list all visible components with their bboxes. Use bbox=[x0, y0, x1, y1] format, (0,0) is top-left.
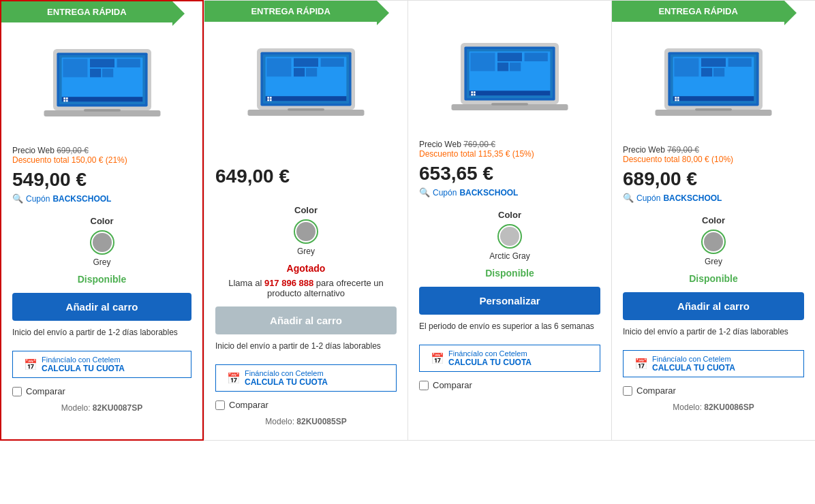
svg-rect-8 bbox=[102, 69, 113, 78]
entrega-rapida-badge: ENTREGA RÁPIDA bbox=[612, 1, 784, 22]
svg-rect-42 bbox=[471, 91, 473, 93]
svg-rect-26 bbox=[267, 97, 269, 99]
entrega-rapida-badge: ENTREGA RÁPIDA bbox=[204, 1, 377, 22]
comparar-checkbox[interactable] bbox=[215, 400, 225, 410]
product-image-area bbox=[408, 25, 611, 134]
descuento: Descuento total 80,00 € (10%) bbox=[623, 155, 804, 164]
financiar-sub: CALCULA TU CUOTA bbox=[652, 363, 735, 373]
color-swatch[interactable] bbox=[497, 224, 522, 249]
financiar-cetelem[interactable]: 📅 Fináncíalo con Cetelem CALCULA TU CUOT… bbox=[215, 364, 397, 392]
svg-rect-9 bbox=[61, 97, 142, 101]
color-swatch-inner bbox=[704, 232, 723, 251]
financiar-label: Fináncíalo con Cetelem bbox=[42, 356, 125, 364]
svg-rect-7 bbox=[90, 69, 101, 78]
color-swatch[interactable] bbox=[701, 230, 726, 254]
svg-rect-58 bbox=[675, 97, 677, 99]
svg-rect-37 bbox=[497, 52, 522, 61]
svg-rect-53 bbox=[701, 58, 726, 67]
svg-rect-6 bbox=[117, 59, 140, 67]
cupon-prefix: Cupón bbox=[433, 188, 457, 198]
main-price-container: 689,00 € bbox=[612, 167, 815, 193]
precio-web-label: Precio Web bbox=[419, 140, 463, 149]
precio-web: Precio Web 699,00 € bbox=[12, 146, 191, 155]
color-swatch-container[interactable] bbox=[12, 230, 191, 255]
badge-container: ENTREGA RÁPIDA bbox=[204, 1, 408, 25]
color-swatch-inner bbox=[500, 227, 519, 246]
price-section: Precio Web 769,00 € Descuento total 80,0… bbox=[612, 140, 815, 167]
color-swatch-inner bbox=[93, 233, 112, 252]
comparar-row: Comparar bbox=[204, 396, 408, 414]
color-swatch-container[interactable] bbox=[215, 219, 397, 244]
cupon-row: 🔍 Cupón BACKSCHOOL bbox=[612, 193, 815, 207]
color-section: Color Arctic Gray bbox=[408, 207, 611, 264]
laptop-image bbox=[245, 41, 367, 129]
svg-rect-28 bbox=[267, 99, 269, 101]
main-price: 549,00 € bbox=[12, 169, 87, 190]
svg-rect-38 bbox=[525, 52, 548, 61]
comparar-checkbox[interactable] bbox=[419, 381, 429, 390]
cupon-icon: 🔍 bbox=[623, 193, 634, 203]
financiar-label: Fináncíalo con Cetelem bbox=[245, 369, 328, 377]
product-card-3: Precio Web 769,00 € Descuento total 115,… bbox=[408, 0, 611, 441]
cupon-prefix: Cupón bbox=[636, 193, 660, 203]
comparar-label: Comparar bbox=[433, 380, 472, 390]
cupon-icon: 🔍 bbox=[419, 187, 430, 198]
precio-web: Precio Web 769,00 € bbox=[623, 145, 804, 155]
model-number-value: 82KU0086SP bbox=[704, 403, 754, 412]
financiar-icon: 📅 bbox=[634, 358, 648, 371]
personalizar-button[interactable]: Personalizar bbox=[419, 287, 600, 315]
cupon-code: BACKSCHOOL bbox=[663, 193, 722, 203]
comparar-label: Comparar bbox=[26, 386, 65, 396]
comparar-checkbox[interactable] bbox=[623, 386, 632, 396]
color-label: Color bbox=[623, 215, 804, 225]
badge-container: ENTREGA RÁPIDA bbox=[1, 1, 202, 26]
svg-rect-13 bbox=[65, 100, 67, 102]
main-price: 649,00 € bbox=[215, 166, 290, 187]
availability: Disponible bbox=[408, 264, 611, 283]
precio-original: 769,00 € bbox=[463, 140, 495, 149]
svg-rect-25 bbox=[266, 96, 347, 101]
svg-rect-36 bbox=[470, 52, 495, 71]
svg-rect-61 bbox=[677, 99, 679, 101]
main-price: 689,00 € bbox=[623, 168, 697, 189]
color-name: Grey bbox=[12, 257, 191, 267]
descuento: Descuento total 115,35 € (15%) bbox=[419, 149, 600, 159]
svg-rect-40 bbox=[510, 63, 521, 72]
color-swatch-container[interactable] bbox=[623, 230, 804, 254]
comparar-checkbox[interactable] bbox=[12, 387, 22, 396]
color-swatch-container[interactable] bbox=[419, 224, 600, 249]
financiar-sub: CALCULA TU CUOTA bbox=[42, 364, 125, 373]
price-section: Precio Web 699,00 € Descuento total 150,… bbox=[1, 140, 202, 168]
financiar-text-block: Fináncíalo con Cetelem CALCULA TU CUOTA bbox=[42, 356, 125, 373]
financiar-cetelem[interactable]: 📅 Fináncíalo con Cetelem CALCULA TU CUOT… bbox=[623, 350, 804, 377]
product-card-1: ENTREGA RÁPIDA bbox=[0, 0, 204, 441]
availability: Disponible bbox=[1, 270, 202, 289]
color-label: Color bbox=[12, 216, 191, 226]
add-to-cart-button[interactable]: Añadir al carro bbox=[623, 292, 804, 320]
svg-rect-4 bbox=[63, 59, 87, 77]
color-swatch[interactable] bbox=[90, 230, 114, 255]
svg-rect-54 bbox=[728, 58, 752, 67]
add-to-cart-button[interactable]: Añadir al carro bbox=[12, 293, 191, 321]
financiar-cetelem[interactable]: 📅 Fináncíalo con Cetelem CALCULA TU CUOT… bbox=[12, 351, 191, 378]
financiar-text-block: Fináncíalo con Cetelem CALCULA TU CUOTA bbox=[652, 355, 735, 373]
financiar-cetelem[interactable]: 📅 Fináncíalo con Cetelem CALCULA TU CUOT… bbox=[419, 345, 600, 372]
color-section: Color Grey bbox=[1, 213, 202, 270]
comparar-label: Comparar bbox=[229, 400, 268, 410]
color-name: Grey bbox=[215, 247, 397, 256]
product-image-area bbox=[204, 31, 408, 140]
svg-rect-5 bbox=[90, 59, 114, 67]
main-price: 653,65 € bbox=[419, 163, 493, 184]
products-container: ENTREGA RÁPIDA bbox=[0, 0, 815, 441]
precio-web-label: Precio Web bbox=[12, 146, 57, 155]
color-swatch[interactable] bbox=[294, 219, 318, 244]
agotado-phone[interactable]: 917 896 888 bbox=[264, 278, 313, 288]
svg-rect-63 bbox=[695, 108, 732, 111]
descuento: Descuento total 150,00 € (21%) bbox=[12, 155, 191, 165]
laptop-image bbox=[652, 41, 775, 129]
main-price-container: 549,00 € bbox=[1, 168, 202, 193]
svg-rect-57 bbox=[673, 96, 754, 101]
svg-rect-44 bbox=[471, 94, 473, 96]
add-to-cart-button-disabled: Añadir al carro bbox=[215, 306, 397, 334]
product-card-4: ENTREGA RÁPIDA bbox=[611, 0, 815, 441]
